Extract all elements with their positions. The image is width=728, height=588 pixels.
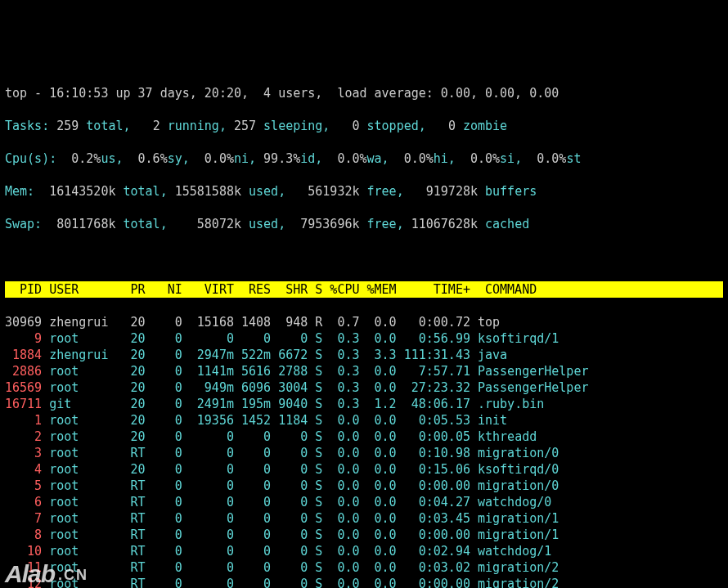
tasks-line: Tasks: 259 total, 2 running, 257 sleepin… <box>5 118 723 134</box>
table-row: 2886 root 20 0 1141m 5616 2788 S 0.3 0.0… <box>5 363 723 379</box>
terminal[interactable]: top - 16:10:53 up 37 days, 20:20, 4 user… <box>0 65 728 588</box>
mem-line: Mem: 16143520k total, 15581588k used, 56… <box>5 183 723 200</box>
table-row: 11 root RT 0 0 0 0 S 0.0 0.0 0:03.02 mig… <box>5 559 723 576</box>
column-header: PID USER PR NI VIRT RES SHR S %CPU %MEM … <box>5 281 723 298</box>
table-row: 12 root RT 0 0 0 0 S 0.0 0.0 0:00.00 mig… <box>5 576 723 588</box>
table-row: 1 root 20 0 19356 1452 1184 S 0.0 0.0 0:… <box>5 412 723 429</box>
blank-line <box>5 249 723 265</box>
table-row: 2 root 20 0 0 0 0 S 0.0 0.0 0:00.05 kthr… <box>5 429 723 445</box>
process-list: 30969 zhengrui 20 0 15168 1408 948 R 0.7… <box>5 314 723 588</box>
table-row: 1884 zhengrui 20 0 2947m 522m 6672 S 0.3… <box>5 347 723 363</box>
table-row: 9 root 20 0 0 0 0 S 0.3 0.0 0:56.99 ksof… <box>5 330 723 347</box>
table-row: 7 root RT 0 0 0 0 S 0.0 0.0 0:03.45 migr… <box>5 510 723 527</box>
uptime-line: top - 16:10:53 up 37 days, 20:20, 4 user… <box>5 85 723 101</box>
table-row: 10 root RT 0 0 0 0 S 0.0 0.0 0:02.94 wat… <box>5 543 723 559</box>
swap-line: Swap: 8011768k total, 58072k used, 79536… <box>5 216 723 232</box>
table-row: 8 root RT 0 0 0 0 S 0.0 0.0 0:00.00 migr… <box>5 527 723 543</box>
table-row: 3 root RT 0 0 0 0 S 0.0 0.0 0:10.98 migr… <box>5 445 723 461</box>
cpu-line: Cpu(s): 0.2%us, 0.6%sy, 0.0%ni, 99.3%id,… <box>5 150 723 167</box>
table-row: 16569 root 20 0 949m 6096 3004 S 0.3 0.0… <box>5 379 723 396</box>
table-row: 30969 zhengrui 20 0 15168 1408 948 R 0.7… <box>5 314 723 330</box>
table-row: 4 root 20 0 0 0 0 S 0.0 0.0 0:15.06 ksof… <box>5 461 723 478</box>
table-row: 5 root RT 0 0 0 0 S 0.0 0.0 0:00.00 migr… <box>5 478 723 494</box>
table-row: 16711 git 20 0 2491m 195m 9040 S 0.3 1.2… <box>5 396 723 412</box>
table-row: 6 root RT 0 0 0 0 S 0.0 0.0 0:04.27 watc… <box>5 494 723 510</box>
